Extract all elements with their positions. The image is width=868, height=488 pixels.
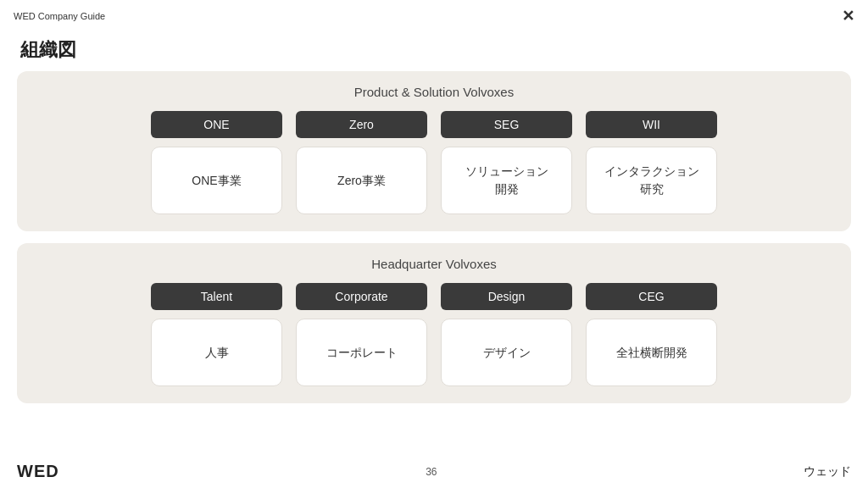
column-seg: SEG ソリューション開発 xyxy=(441,111,572,214)
col-card-ceg: 全社横断開発 xyxy=(586,319,717,386)
column-wii: WII インタラクション研究 xyxy=(586,111,717,214)
col-header-corporate: Corporate xyxy=(296,283,427,310)
headquarter-columns: Talent 人事 Corporate コーポレート Design デザイン C… xyxy=(37,283,831,386)
col-card-one: ONE事業 xyxy=(151,147,282,214)
wed-logo-icon: ✕ xyxy=(842,7,854,25)
product-solution-columns: ONE ONE事業 Zero Zero事業 SEG ソリューション開発 WII … xyxy=(37,111,831,214)
column-corporate: Corporate コーポレート xyxy=(296,283,427,386)
column-one: ONE ONE事業 xyxy=(151,111,282,214)
header-title: WED Company Guide xyxy=(14,11,105,21)
column-talent: Talent 人事 xyxy=(151,283,282,386)
header: WED Company Guide ✕ xyxy=(0,0,868,32)
col-header-design: Design xyxy=(441,283,572,310)
col-header-ceg: CEG xyxy=(586,283,717,310)
col-card-seg: ソリューション開発 xyxy=(441,147,572,214)
col-header-one: ONE xyxy=(151,111,282,138)
col-header-seg: SEG xyxy=(441,111,572,138)
col-header-talent: Talent xyxy=(151,283,282,310)
col-card-talent: 人事 xyxy=(151,319,282,386)
column-design: Design デザイン xyxy=(441,283,572,386)
col-card-zero: Zero事業 xyxy=(296,147,427,214)
footer-logo-en: WED xyxy=(17,462,59,481)
product-solution-label: Product & Solution Volvoxes xyxy=(37,85,831,99)
col-card-design: デザイン xyxy=(441,319,572,386)
column-zero: Zero Zero事業 xyxy=(296,111,427,214)
headquarter-label: Headquarter Volvoxes xyxy=(37,257,831,271)
page-title: 組織図 xyxy=(0,32,868,71)
footer: WED 36 ウェッド xyxy=(0,455,868,488)
product-solution-section: Product & Solution Volvoxes ONE ONE事業 Ze… xyxy=(17,71,851,231)
footer-page-number: 36 xyxy=(426,466,437,478)
col-card-corporate: コーポレート xyxy=(296,319,427,386)
main-content: Product & Solution Volvoxes ONE ONE事業 Ze… xyxy=(0,71,868,403)
col-card-wii: インタラクション研究 xyxy=(586,147,717,214)
col-header-wii: WII xyxy=(586,111,717,138)
column-ceg: CEG 全社横断開発 xyxy=(586,283,717,386)
headquarter-section: Headquarter Volvoxes Talent 人事 Corporate… xyxy=(17,243,851,403)
footer-logo-jp: ウェッド xyxy=(804,464,851,480)
col-header-zero: Zero xyxy=(296,111,427,138)
